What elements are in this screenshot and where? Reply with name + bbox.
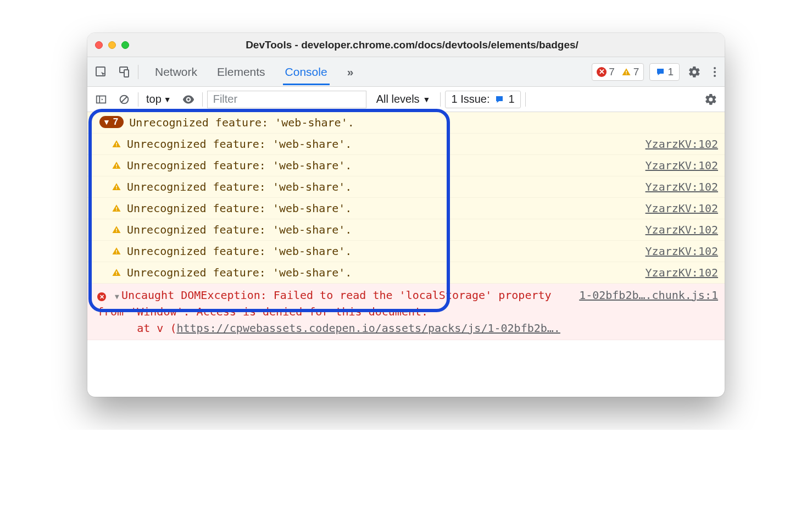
levels-label: All levels	[376, 93, 420, 106]
issues-badge[interactable]: 1	[649, 63, 680, 81]
divider	[525, 92, 526, 107]
window-title: DevTools - developer.chrome.com/docs/dev…	[140, 39, 717, 51]
zoom-window-button[interactable]	[121, 41, 129, 49]
error-entry[interactable]: 1-02bfb2b….chunk.js:1 ✕ ▼Uncaught DOMExc…	[87, 284, 725, 340]
error-icon: ✕	[597, 67, 607, 77]
disclosure-icon: ▼	[115, 291, 119, 302]
warning-message: Unrecognized feature: 'web-share'.	[127, 137, 352, 151]
tab-console[interactable]: Console	[283, 59, 330, 85]
log-levels-selector[interactable]: All levels ▼	[371, 91, 436, 108]
issue-icon	[655, 67, 665, 77]
window-body: Network Elements Console » ✕ 7 7 1	[87, 57, 725, 397]
warning-icon	[112, 182, 121, 192]
svg-rect-16	[116, 207, 117, 209]
warning-source-link[interactable]: YzarzKV:102	[646, 137, 718, 151]
svg-rect-11	[116, 146, 117, 147]
warning-entry[interactable]: Unrecognized feature: 'web-share'.YzarzK…	[87, 155, 725, 176]
warning-entry[interactable]: Unrecognized feature: 'web-share'.YzarzK…	[87, 134, 725, 155]
group-message: Unrecognized feature: 'web-share'.	[129, 116, 354, 129]
svg-rect-10	[116, 143, 117, 145]
sidebar-toggle-icon[interactable]	[92, 90, 110, 109]
svg-rect-17	[116, 210, 117, 211]
close-window-button[interactable]	[95, 41, 103, 49]
svg-rect-19	[116, 231, 117, 232]
group-count: 7	[113, 117, 118, 128]
device-toggle-icon[interactable]	[115, 63, 134, 81]
warning-icon	[112, 203, 121, 213]
svg-rect-0	[96, 67, 105, 76]
devtools-window: DevTools - developer.chrome.com/docs/dev…	[87, 33, 725, 397]
filter-placeholder: Filter	[213, 93, 237, 106]
issues-button[interactable]: 1 Issue: 1	[445, 91, 520, 108]
console-toolbar: top ▼ Filter All levels ▼ 1 Issue: 1	[87, 87, 725, 112]
warning-icon	[112, 139, 121, 149]
warning-entry[interactable]: Unrecognized feature: 'web-share'.YzarzK…	[87, 219, 725, 241]
warning-icon	[112, 225, 121, 235]
issue-icon	[494, 95, 504, 104]
more-menu-button[interactable]	[709, 64, 720, 80]
toolbar-right: ✕ 7 7 1	[592, 63, 720, 81]
warning-message: Unrecognized feature: 'web-share'.	[127, 245, 352, 258]
divider	[138, 65, 138, 79]
warning-message: Unrecognized feature: 'web-share'.	[127, 159, 352, 172]
stack-link[interactable]: https://cpwebassets.codepen.io/assets/pa…	[177, 322, 560, 335]
warning-source-link[interactable]: YzarzKV:102	[646, 159, 718, 172]
filter-input[interactable]: Filter	[207, 91, 366, 108]
warning-icon	[112, 246, 121, 256]
svg-point-9	[187, 98, 190, 100]
warning-entry[interactable]: Unrecognized feature: 'web-share'.YzarzK…	[87, 241, 725, 262]
main-toolbar: Network Elements Console » ✕ 7 7 1	[87, 57, 725, 87]
group-count-pill: ▼ 7	[99, 116, 124, 128]
warning-source-link[interactable]: YzarzKV:102	[646, 180, 718, 193]
warning-message: Unrecognized feature: 'web-share'.	[127, 180, 352, 193]
warning-entry[interactable]: Unrecognized feature: 'web-share'.YzarzK…	[87, 176, 725, 198]
live-expression-icon[interactable]	[179, 90, 198, 109]
error-warning-badge[interactable]: ✕ 7 7	[592, 63, 644, 81]
error-icon: ✕	[97, 292, 106, 301]
tabs-overflow-button[interactable]: »	[345, 59, 356, 85]
dropdown-icon: ▼	[423, 95, 431, 104]
minimize-window-button[interactable]	[108, 41, 116, 49]
traffic-lights	[95, 41, 129, 49]
warning-source-link[interactable]: YzarzKV:102	[646, 202, 718, 215]
console-settings-icon[interactable]	[702, 90, 720, 109]
svg-rect-13	[116, 167, 117, 168]
settings-icon[interactable]	[685, 63, 704, 81]
svg-rect-5	[97, 96, 106, 103]
svg-rect-21	[116, 253, 117, 254]
inspect-element-icon[interactable]	[92, 63, 110, 81]
svg-rect-18	[116, 229, 117, 231]
warning-source-link[interactable]: YzarzKV:102	[646, 245, 718, 258]
tab-network[interactable]: Network	[153, 59, 199, 85]
context-label: top	[146, 93, 162, 106]
svg-rect-12	[116, 164, 117, 167]
issues-count: 1	[509, 93, 515, 106]
issues-count: 1	[668, 66, 674, 78]
warning-entry[interactable]: Unrecognized feature: 'web-share'.YzarzK…	[87, 262, 725, 284]
context-selector[interactable]: top ▼	[143, 91, 175, 108]
warning-icon	[112, 268, 121, 278]
warning-group-header[interactable]: ▼ 7 Unrecognized feature: 'web-share'.	[87, 112, 725, 134]
svg-rect-3	[626, 70, 627, 73]
divider	[440, 92, 441, 107]
collapse-icon: ▼	[103, 118, 110, 126]
tab-elements[interactable]: Elements	[215, 59, 268, 85]
clear-console-icon[interactable]	[115, 90, 134, 109]
warning-message: Unrecognized feature: 'web-share'.	[127, 266, 352, 279]
svg-line-8	[121, 96, 127, 102]
warning-entry[interactable]: Unrecognized feature: 'web-share'.YzarzK…	[87, 198, 725, 219]
svg-rect-23	[116, 274, 117, 275]
error-count: 7	[609, 66, 615, 78]
stack-prefix: at v (	[137, 322, 176, 335]
warning-source-link[interactable]: YzarzKV:102	[646, 266, 718, 279]
panel-tabs: Network Elements Console »	[153, 59, 355, 85]
warning-source-link[interactable]: YzarzKV:102	[646, 223, 718, 236]
svg-rect-14	[116, 186, 117, 188]
divider	[138, 92, 138, 107]
error-source-link[interactable]: 1-02bfb2b….chunk.js:1	[579, 287, 718, 303]
warning-message: Unrecognized feature: 'web-share'.	[127, 223, 352, 236]
warning-message: Unrecognized feature: 'web-share'.	[127, 202, 352, 215]
svg-rect-22	[116, 271, 117, 274]
warning-icon	[621, 67, 631, 77]
titlebar: DevTools - developer.chrome.com/docs/dev…	[87, 33, 725, 57]
